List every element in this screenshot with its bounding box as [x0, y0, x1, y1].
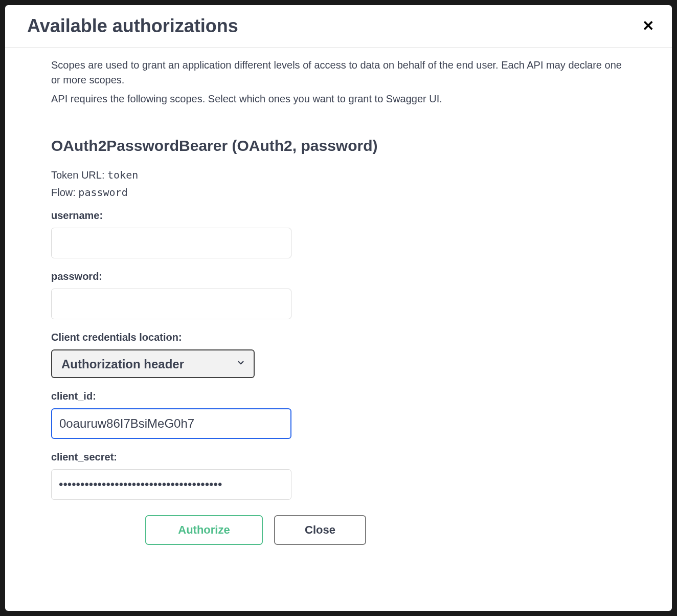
username-label: username: — [51, 210, 626, 222]
authorizations-dialog: Available authorizations ✕ Scopes are us… — [5, 5, 672, 611]
username-input[interactable] — [51, 228, 291, 258]
scheme-heading: OAuth2PasswordBearer (OAuth2, password) — [51, 137, 626, 155]
close-icon[interactable]: ✕ — [642, 19, 654, 33]
close-button[interactable]: Close — [274, 515, 366, 545]
flow-value: password — [78, 186, 127, 199]
authorize-button[interactable]: Authorize — [145, 515, 263, 545]
dialog-title: Available authorizations — [27, 15, 238, 37]
password-label: password: — [51, 271, 626, 282]
scope-text-2: API requires the following scopes. Selec… — [51, 92, 626, 106]
dialog-body: Scopes are used to grant an application … — [5, 48, 672, 611]
scope-text-1: Scopes are used to grant an application … — [51, 58, 626, 87]
client-secret-label: client_secret: — [51, 451, 626, 463]
token-url-label: Token URL: — [51, 169, 107, 181]
client-id-input[interactable] — [51, 408, 291, 439]
dialog-header: Available authorizations ✕ — [5, 5, 672, 48]
client-credentials-location-field: Client credentials location: Authorizati… — [51, 332, 626, 378]
username-field: username: — [51, 210, 626, 258]
client-id-label: client_id: — [51, 390, 626, 402]
password-input[interactable] — [51, 289, 291, 319]
token-url-value: token — [107, 169, 138, 181]
client-secret-input[interactable] — [51, 469, 291, 500]
client-credentials-location-select[interactable]: Authorization header — [51, 349, 255, 378]
client-credentials-location-select-wrap: Authorization header — [51, 349, 255, 378]
client-secret-field: client_secret: — [51, 451, 626, 500]
flow-line: Flow: password — [51, 186, 626, 199]
flow-label: Flow: — [51, 187, 78, 198]
client-id-field: client_id: — [51, 390, 626, 439]
button-row: Authorize Close — [51, 515, 460, 545]
scope-description: Scopes are used to grant an application … — [51, 58, 626, 106]
client-credentials-location-label: Client credentials location: — [51, 332, 626, 343]
auth-form: username: password: Client credentials l… — [51, 210, 626, 545]
token-url-line: Token URL: token — [51, 169, 626, 181]
password-field: password: — [51, 271, 626, 319]
